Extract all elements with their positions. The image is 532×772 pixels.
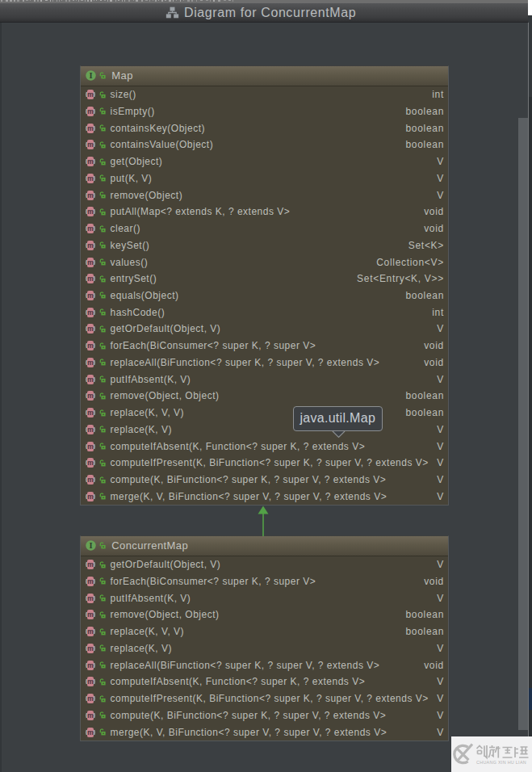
svg-text:m: m bbox=[87, 661, 94, 669]
svg-text:m: m bbox=[87, 174, 94, 183]
svg-text:CHUANG XIN HU LIAN: CHUANG XIN HU LIAN bbox=[476, 760, 526, 765]
svg-text:I: I bbox=[89, 71, 92, 80]
svg-text:m: m bbox=[87, 459, 94, 467]
svg-text:m: m bbox=[87, 359, 94, 367]
svg-text:m: m bbox=[87, 728, 94, 736]
svg-text:m: m bbox=[87, 678, 94, 686]
svg-text:m: m bbox=[87, 392, 94, 400]
svg-text:m: m bbox=[87, 90, 94, 99]
svg-text:m: m bbox=[87, 124, 94, 132]
svg-text:m: m bbox=[87, 476, 94, 484]
svg-text:m: m bbox=[87, 325, 94, 333]
svg-text:m: m bbox=[87, 594, 94, 602]
svg-text:m: m bbox=[87, 443, 94, 451]
svg-text:m: m bbox=[87, 577, 94, 585]
svg-text:m: m bbox=[87, 426, 94, 434]
svg-text:m: m bbox=[87, 107, 94, 115]
svg-text:m: m bbox=[87, 258, 94, 266]
svg-text:I: I bbox=[89, 541, 92, 550]
svg-text:m: m bbox=[87, 241, 94, 250]
svg-text:m: m bbox=[87, 644, 94, 652]
svg-text:m: m bbox=[87, 141, 94, 149]
svg-text:m: m bbox=[87, 157, 94, 166]
svg-text:m: m bbox=[87, 292, 94, 300]
svg-text:m: m bbox=[87, 191, 94, 199]
svg-text:m: m bbox=[87, 610, 94, 619]
svg-text:m: m bbox=[87, 275, 94, 283]
svg-text:m: m bbox=[87, 694, 94, 703]
svg-text:m: m bbox=[87, 308, 94, 317]
svg-text:m: m bbox=[87, 711, 94, 720]
svg-text:m: m bbox=[87, 224, 94, 233]
svg-text:m: m bbox=[87, 560, 94, 569]
svg-text:m: m bbox=[87, 208, 94, 216]
svg-text:m: m bbox=[87, 493, 94, 501]
svg-text:m: m bbox=[87, 627, 94, 636]
svg-text:m: m bbox=[87, 342, 94, 350]
svg-text:m: m bbox=[87, 376, 94, 384]
svg-text:m: m bbox=[87, 409, 94, 417]
